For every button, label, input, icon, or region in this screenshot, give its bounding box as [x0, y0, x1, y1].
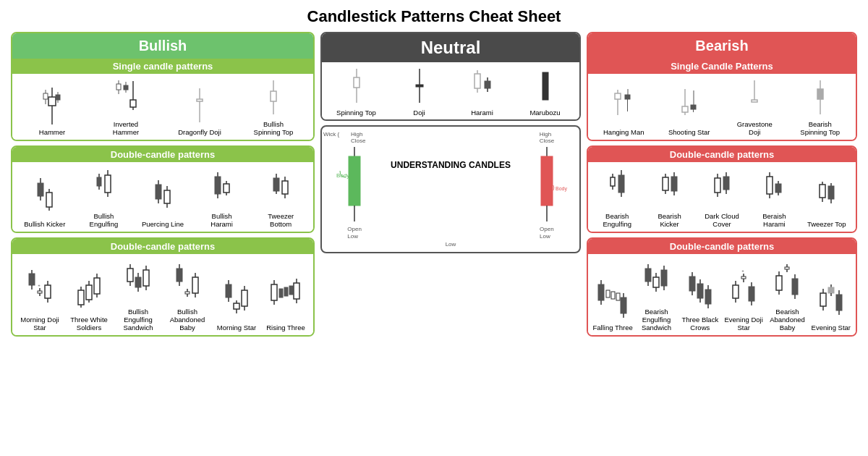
tweezer-bottom-label: Tweezer Bottom — [259, 212, 302, 229]
bullish-harami-label: Bullish Harami — [200, 212, 244, 229]
svg-text:+: + — [741, 269, 744, 273]
svg-rect-104 — [284, 287, 288, 296]
understanding-title: UNDERSTANDING CANDLES — [391, 160, 511, 170]
bearish-engulfing-sandwich-label: Bearish Engulfing Sandwich — [634, 308, 678, 332]
bullish-engulfing-label: Bullish Engulfing — [82, 212, 125, 229]
bullish-double-card: Double-candle patterns Bullish Kicker — [11, 145, 315, 233]
svg-rect-71 — [94, 278, 100, 294]
three-white-soldiers-label: Three White Soldiers — [67, 316, 111, 332]
svg-rect-19 — [197, 99, 203, 101]
svg-rect-119 — [485, 81, 490, 88]
pattern-bearish-harami: Beraish Harami — [752, 166, 796, 229]
svg-rect-185 — [621, 297, 626, 313]
pattern-dark-cloud-cover: Dark Cloud Cover — [700, 166, 744, 229]
bearish-single-label: Single Candle Patterns — [588, 59, 856, 74]
marubozu-label: Marubozu — [529, 109, 560, 117]
bearish-candle-diagram: HighClose } Body OpenLow — [525, 131, 569, 240]
pattern-dragonfly-doji: Dragonfly Doji — [178, 86, 221, 136]
neutral-card: Neutral Spinning Top — [320, 32, 581, 121]
svg-rect-77 — [135, 277, 141, 287]
svg-rect-25 — [38, 183, 43, 196]
svg-rect-127 — [541, 156, 553, 206]
wick-label-top-bear: HighClose — [540, 131, 554, 144]
svg-rect-7 — [56, 95, 60, 100]
svg-rect-170 — [775, 184, 781, 193]
svg-rect-231 — [836, 295, 842, 311]
bullish-multi-card: Double-candle patterns + — [11, 237, 315, 337]
svg-rect-10 — [116, 84, 121, 90]
pattern-bullish-spinning-top: Bullish Spinning Top — [252, 78, 295, 137]
svg-rect-105 — [289, 286, 293, 295]
svg-rect-80 — [143, 270, 149, 286]
morning-doji-star-label: Morning Doji Star — [18, 316, 61, 332]
pattern-bullish-engulfing: Bullish Engulfing — [82, 166, 125, 229]
bullish-single-label: Single candle patterns — [12, 59, 313, 74]
svg-rect-209 — [741, 276, 746, 279]
pattern-bearish-abandoned-baby: Bearish Abandoned Baby — [765, 258, 809, 332]
svg-rect-194 — [661, 270, 667, 286]
understanding-candles-card: Wick { HighClose Body — [320, 125, 581, 253]
svg-rect-89 — [192, 277, 198, 293]
svg-text:Body: Body — [556, 186, 567, 192]
wick-label-top-bull: Wick { HighClose — [344, 131, 365, 144]
pattern-bullish-engulfing-sandwich: Bullish Engulfing Sandwich — [116, 258, 160, 332]
page-title: Candlestick Patterns Cheat Sheet — [11, 7, 857, 26]
low-label: Low — [328, 241, 574, 248]
gravestone-doji-label: Gravestone Doji — [733, 120, 776, 137]
pattern-hanging-man: Hanging Man — [602, 86, 645, 136]
bearish-harami-label: Beraish Harami — [752, 212, 796, 229]
bearish-double-patterns: Bearish Engulfing Bearish Kicker — [588, 162, 856, 232]
svg-rect-65 — [78, 290, 84, 305]
svg-text:+: + — [38, 283, 41, 287]
svg-rect-149 — [610, 177, 615, 186]
bearish-header: Bearish — [588, 33, 856, 59]
neutral-header: Neutral — [322, 33, 579, 62]
svg-rect-49 — [273, 178, 279, 191]
pattern-gravestone-doji: Gravestone Doji — [733, 78, 776, 137]
svg-rect-58 — [38, 291, 42, 293]
svg-rect-219 — [785, 267, 789, 269]
svg-rect-110 — [354, 77, 359, 88]
svg-rect-92 — [226, 284, 231, 297]
svg-text:Body: Body — [336, 172, 349, 179]
bearish-single-card: Bearish Single Candle Patterns Ha — [587, 32, 857, 141]
svg-rect-203 — [705, 290, 711, 304]
pattern-bullish-kicker: Bullish Kicker — [23, 174, 67, 228]
pattern-marubozu: Marubozu — [524, 67, 567, 117]
svg-rect-152 — [618, 175, 624, 193]
bearish-multi-label: Double-candle patterns — [588, 239, 856, 254]
pattern-morning-star: Morning Star — [215, 274, 258, 332]
bullish-abandoned-baby-label: Bullish Abandoned Baby — [166, 308, 209, 332]
svg-rect-34 — [105, 175, 111, 193]
main-grid: Bullish Single candle patterns — [11, 32, 857, 342]
bearish-single-patterns: Hanging Man Shooting Star — [588, 74, 856, 140]
neutral-patterns: Spinning Top Doji — [322, 62, 579, 119]
svg-rect-188 — [645, 269, 651, 282]
svg-rect-95 — [234, 303, 239, 309]
svg-rect-16 — [130, 100, 136, 107]
svg-rect-161 — [715, 178, 720, 193]
pattern-piercing-line: Puercing Line — [141, 174, 184, 228]
svg-rect-68 — [86, 285, 92, 300]
svg-rect-103 — [279, 289, 283, 297]
svg-rect-155 — [663, 177, 668, 190]
bearish-multi-patterns: Falling Three — [588, 254, 856, 335]
pattern-hammer: Hammer — [30, 86, 74, 136]
svg-rect-113 — [416, 85, 423, 87]
svg-rect-144 — [752, 100, 757, 102]
bullish-candle-diagram: Wick { HighClose Body — [333, 131, 376, 240]
falling-three-label: Falling Three — [593, 324, 633, 332]
svg-rect-83 — [176, 269, 182, 282]
svg-rect-28 — [46, 193, 52, 207]
bearish-kicker-label: Bearish Kicker — [648, 212, 692, 229]
svg-rect-121 — [542, 72, 548, 100]
bullish-header: Bullish — [12, 33, 313, 59]
bullish-single-card: Bullish Single candle patterns — [11, 32, 315, 141]
pattern-three-white-soldiers: Three White Soldiers — [67, 266, 111, 332]
dark-cloud-cover-label: Dark Cloud Cover — [700, 212, 744, 229]
bearish-spinning-top-label: Bearish Spinning Top — [799, 120, 842, 137]
svg-rect-228 — [828, 287, 834, 293]
pattern-rising-three: Rising Three — [264, 274, 307, 332]
svg-rect-31 — [97, 177, 101, 186]
pattern-bullish-abandoned-baby: Bullish Abandoned Baby — [166, 258, 209, 332]
